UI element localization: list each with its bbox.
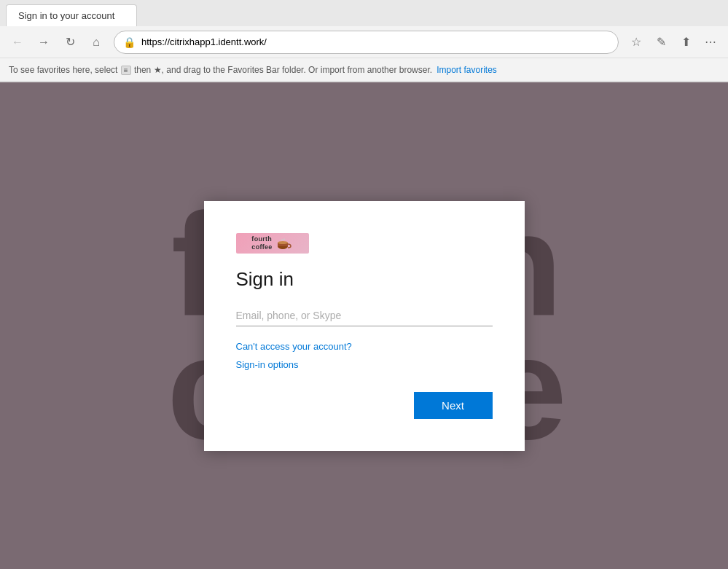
collections-button[interactable]: ✎: [649, 31, 673, 54]
favorites-bar: To see favorites here, select ≡ then ★, …: [0, 58, 728, 82]
lock-icon: 🔒: [123, 36, 136, 48]
share-icon: ⬆: [681, 35, 691, 49]
refresh-icon: ↻: [66, 35, 75, 49]
tab-bar: Sign in to your account: [0, 0, 728, 26]
home-icon: ⌂: [93, 36, 100, 49]
brand-name-line2: coffee: [251, 243, 272, 251]
svg-point-2: [278, 241, 288, 244]
email-input[interactable]: [236, 305, 493, 326]
signin-overlay: fourth coffee Sign in Can't access you: [0, 82, 728, 569]
cant-access-link[interactable]: Can't access your account?: [236, 341, 493, 352]
brand-logo: fourth coffee: [236, 233, 309, 254]
signin-options-link[interactable]: Sign-in options: [236, 359, 493, 370]
star-icon: ☆: [631, 35, 641, 49]
favorites-button[interactable]: ☆: [625, 31, 648, 54]
toolbar: ← → ↻ ⌂ 🔒 ☆ ✎ ⬆ ⋯: [0, 26, 728, 58]
next-button[interactable]: Next: [414, 392, 493, 419]
forward-icon: →: [38, 36, 50, 49]
refresh-button[interactable]: ↻: [58, 31, 82, 54]
forward-button[interactable]: →: [32, 31, 55, 54]
brand-name-line1: fourth: [251, 235, 272, 243]
kbd-icon: ≡: [121, 66, 131, 75]
signin-title: Sign in: [236, 268, 493, 291]
browser-chrome: Sign in to your account ← → ↻ ⌂ 🔒 ☆ ✎: [0, 0, 728, 82]
tab-title: Sign in to your account: [18, 10, 114, 21]
favorites-message: To see favorites here, select ≡ then ★, …: [9, 65, 432, 75]
more-button[interactable]: ⋯: [699, 31, 722, 54]
import-favorites-link[interactable]: Import favorites: [437, 65, 497, 75]
back-button[interactable]: ←: [6, 31, 29, 54]
next-btn-row: Next: [236, 392, 493, 419]
address-bar-container[interactable]: 🔒: [114, 31, 619, 54]
page-content: fourth coffee fourth coffee: [0, 82, 728, 569]
coffee-cup-icon: [275, 235, 293, 252]
signin-card: fourth coffee Sign in Can't access you: [204, 201, 525, 451]
share-button[interactable]: ⬆: [674, 31, 697, 54]
pen-icon: ✎: [657, 35, 666, 49]
address-input[interactable]: [141, 36, 609, 47]
active-tab[interactable]: Sign in to your account: [6, 4, 137, 26]
home-button[interactable]: ⌂: [85, 31, 108, 54]
back-icon: ←: [12, 36, 23, 49]
toolbar-actions: ☆ ✎ ⬆ ⋯: [625, 31, 722, 54]
more-icon: ⋯: [705, 35, 716, 49]
